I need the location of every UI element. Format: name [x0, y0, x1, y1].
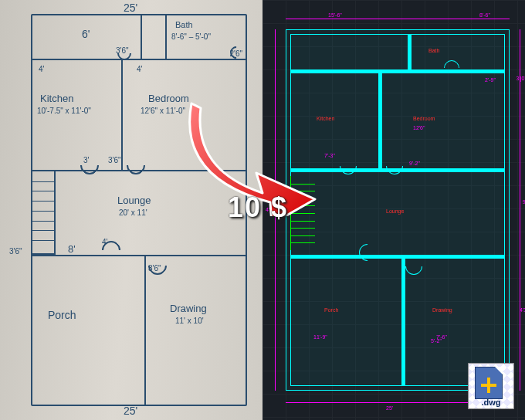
cad-dim-bot: 25' [386, 405, 393, 411]
sketch-bath-dim: 8'-6" – 5'-0" [171, 32, 211, 41]
cad-dim-line-right [520, 29, 520, 391]
wall-h1 [32, 59, 246, 60]
cad-dim-h: 5'-2" [431, 338, 442, 344]
sketch-bath-label: Bath [175, 20, 193, 29]
sketch-kitchen-dim: 10'-7.5" x 11'-0" [37, 107, 91, 115]
cad-dim-a: 7'-3" [324, 153, 335, 158]
sketch-pane: 25' 25' 6' Bath 8'-6" – 5'-0" Kitchen 10… [0, 0, 262, 420]
cad-porch-label: Porch [324, 307, 338, 313]
cad-stairs-icon [290, 176, 315, 250]
cad-dim-top-l: 15'-6" [328, 12, 342, 18]
cad-kitchen-label: Kitchen [317, 116, 334, 121]
sk-dim-d2: 4' [39, 65, 44, 73]
sketch-width-top: 25' [124, 2, 137, 14]
wall-v2 [121, 59, 123, 170]
sketch-width-bottom: 25' [124, 405, 137, 417]
cad-drawing: Bath Bedroom Kitchen Lounge Porch Drawin… [286, 29, 510, 391]
sketch-outline: 6' Bath 8'-6" – 5'-0" Kitchen 10'-7.5" x… [31, 14, 247, 406]
sketch-bedroom-label: Bedroom [148, 93, 189, 104]
cad-dim-d: 9'-2" [409, 161, 420, 166]
cad-wall-h3 [290, 255, 505, 259]
cad-dim-b: 3'|0" [517, 76, 525, 81]
cad-dim-bed: 12'6" [413, 125, 425, 130]
wall-v1b [165, 15, 167, 59]
door-arc-icon [76, 152, 103, 178]
cad-drawing-label: Drawing [432, 307, 452, 313]
sketch-drawing-dim: 11' x 10' [175, 317, 204, 325]
cad-lounge-label: Lounge [386, 208, 404, 214]
sk-dim-stair: 8' [68, 243, 76, 255]
cad-wall-v2 [378, 72, 382, 171]
door-arc-icon [123, 152, 149, 178]
sketch-lounge-dim: 20' x 11' [119, 208, 147, 217]
wall-h3 [32, 255, 246, 256]
wall-v1 [141, 15, 142, 59]
cad-bath-label: Bath [428, 48, 439, 53]
cad-dim-e: 2'-9" [485, 77, 496, 83]
cad-bed-label: Bedroom [413, 116, 435, 121]
dwg-ext-label: .dwg [469, 398, 513, 407]
cad-pane: Bath Bedroom Kitchen Lounge Porch Drawin… [262, 0, 525, 420]
cad-wall-v3 [401, 257, 405, 386]
wall-v3 [144, 255, 146, 405]
price-overlay: 10 $ [228, 191, 288, 224]
door-arc-icon [144, 252, 171, 279]
cad-dim-porch: 11'-9" [313, 334, 327, 340]
dwg-cross-icon [481, 378, 496, 393]
dwg-file-icon: .dwg [468, 363, 514, 409]
sketch-bedroom-dim: 12'6" x 11'-0" [141, 107, 185, 115]
sketch-drawing-label: Drawing [170, 303, 207, 314]
cad-dim-top-r: 8'-6" [479, 12, 490, 18]
cad-wall-v1 [408, 34, 412, 73]
sketch-lounge-label: Lounge [117, 195, 151, 206]
sketch-kitchen-label: Kitchen [40, 93, 73, 104]
sketch-porch-label: Porch [48, 309, 76, 321]
sketch-closet-dim: 6' [82, 28, 90, 40]
cad-dim-line-top [286, 19, 510, 19]
sk-dim-d8: 3'6" [9, 247, 22, 256]
stairs-icon [32, 170, 56, 255]
sk-dim-d5: 3'6" [108, 156, 121, 164]
cad-wall-h1 [290, 69, 505, 73]
sk-dim-d2b: 4' [137, 65, 142, 73]
